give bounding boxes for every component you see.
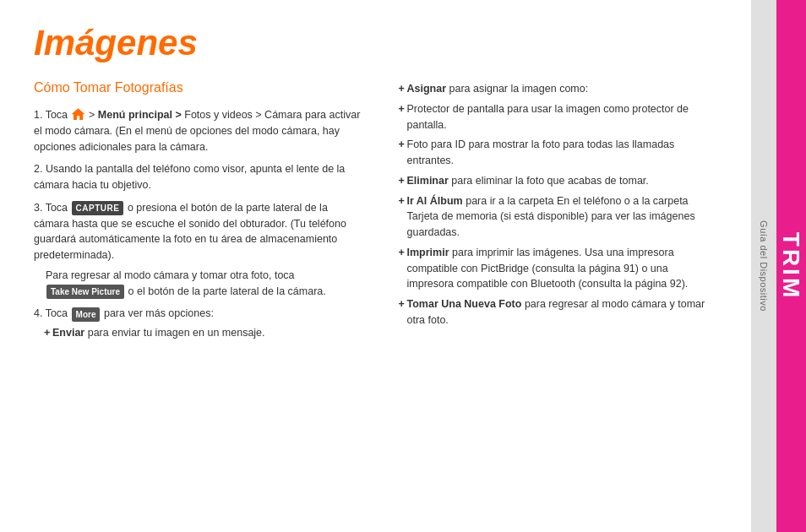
right-item-asignar: Asignar para asignar la imagen como: [399,81,718,97]
page-title: Imágenes [34,24,717,62]
guide-sidebar: Guía del Dispositivo [751,0,776,532]
right-sidebar: Guía del Dispositivo TRIM [751,0,806,532]
step-4-text: Toca More para ver más opciones: [46,307,214,319]
left-column: Cómo Tomar Fotografías 1. Toca > Menú pr… [34,78,363,515]
right-item-protector: Protector de pantalla para usar la image… [399,101,718,133]
guide-text: Guía del Dispositivo [759,220,769,312]
more-badge: More [72,307,101,322]
step-3-indented: Para regresar al modo cámara y tomar otr… [34,268,363,300]
home-icon [72,108,85,120]
trim-sidebar: TRIM [776,0,806,532]
step-1: 1. Toca > Menú principal > Fotos y video… [34,106,363,155]
step-3-text: Toca CAPTURE o presiona el botón de la p… [34,202,346,261]
step-1-text: Toca > Menú principal > Fotos y videos >… [34,109,360,153]
right-item-foto-id: Foto para ID para mostrar la foto para t… [399,137,718,169]
right-item-eliminar: Eliminar para eliminar la foto que acaba… [399,173,718,189]
right-item-album: Ir Al Álbum para ir a la carpeta En el t… [399,193,718,241]
step-2: 2. Usando la pantalla del teléfono como … [34,161,363,193]
right-column: Asignar para asignar la imagen como: Pro… [389,78,718,515]
right-item-tomar-nueva: Tomar Una Nueva Foto para regresar al mo… [399,296,718,328]
section-title: Cómo Tomar Fotografías [34,78,363,98]
trim-text: TRIM [778,232,805,300]
step-4: 4. Toca More para ver más opciones: Envi… [34,306,363,341]
step-2-text: Usando la pantalla del teléfono como vis… [34,163,345,191]
sub-item-enviar: Enviar para enviar tu imagen en un mensa… [44,325,363,341]
step-3: 3. Toca CAPTURE o presiona el botón de l… [34,200,363,300]
right-item-imprimir: Imprimir para imprimir las imágenes. Usa… [399,245,718,292]
take-new-picture-badge: Take New Picture [46,285,124,299]
capture-badge: CAPTURE [72,201,124,215]
